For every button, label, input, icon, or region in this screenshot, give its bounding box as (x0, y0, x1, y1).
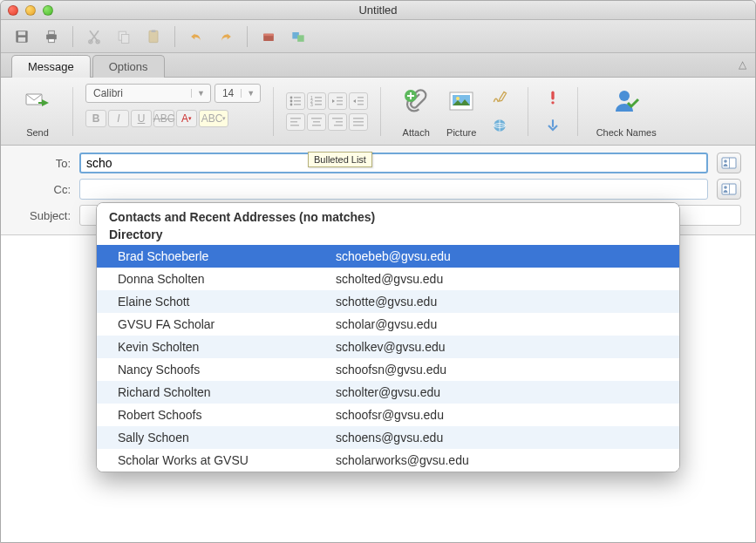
autocomplete-directory-header: Directory (97, 226, 679, 245)
contact-email: schotte@gvsu.edu (336, 295, 658, 309)
media-browser-icon[interactable] (286, 24, 310, 49)
contact-email: schoens@gvsu.edu (336, 431, 658, 445)
directory-row[interactable]: Robert Schoofsschoofsr@gvsu.edu (97, 404, 679, 426)
close-window-button[interactable] (8, 5, 18, 16)
svg-rect-4 (49, 31, 55, 34)
contact-name: Robert Schoofs (118, 408, 336, 422)
subject-label: Subject: (15, 209, 71, 222)
strikethrough-button[interactable]: ABC (153, 110, 174, 127)
svg-rect-9 (122, 34, 129, 43)
zoom-window-button[interactable] (43, 5, 53, 16)
signature-icon[interactable] (487, 85, 512, 110)
cc-field[interactable] (79, 179, 708, 200)
low-importance-icon[interactable] (541, 113, 565, 138)
font-name-combo[interactable]: Calibri ▼ (85, 84, 211, 103)
save-icon[interactable] (10, 24, 34, 49)
svg-rect-5 (49, 38, 55, 42)
directory-row[interactable]: Richard Scholtenscholter@gvsu.edu (97, 381, 679, 404)
font-color-button[interactable]: A▾ (176, 110, 197, 127)
to-address-book-button[interactable] (717, 153, 741, 173)
svg-point-60 (724, 160, 727, 163)
align-center-button[interactable] (307, 113, 326, 131)
underline-button[interactable]: U (131, 110, 152, 127)
decrease-indent-button[interactable] (328, 92, 347, 110)
svg-rect-18 (294, 97, 301, 98)
address-autocomplete-popup: Contacts and Recent Addresses (no matche… (96, 202, 680, 472)
contact-email: scholarworks@gvsu.edu (336, 453, 658, 467)
directory-row[interactable]: Elaine Schottschotte@gvsu.edu (97, 290, 679, 313)
svg-rect-38 (311, 118, 322, 119)
numbered-list-button[interactable]: 123 (307, 92, 326, 110)
align-right-button[interactable] (328, 113, 347, 131)
bold-button[interactable]: B (85, 110, 106, 127)
contact-email: scholar@gvsu.edu (336, 317, 658, 331)
cc-address-book-button[interactable] (717, 179, 741, 200)
directory-row[interactable]: Scholar Works at GVSUscholarworks@gvsu.e… (97, 449, 679, 472)
send-button[interactable]: Send (15, 84, 60, 139)
print-icon[interactable] (39, 24, 64, 49)
cut-icon[interactable] (82, 24, 106, 49)
redo-icon[interactable] (214, 24, 238, 49)
svg-point-56 (552, 101, 555, 104)
collapse-ribbon-button[interactable]: △ (739, 58, 746, 71)
svg-point-63 (724, 186, 727, 189)
italic-button[interactable]: I (108, 110, 129, 127)
window-controls (8, 5, 53, 16)
contact-name: Brad Schoeberle (118, 249, 336, 263)
contact-name: Elaine Schott (118, 295, 336, 309)
hyperlink-icon[interactable] (487, 113, 512, 138)
svg-rect-2 (18, 37, 25, 41)
contact-email: schoebeb@gvsu.edu (336, 249, 658, 263)
undo-icon[interactable] (184, 24, 208, 49)
svg-rect-43 (334, 125, 343, 126)
directory-row[interactable]: Sally Schoenschoens@gvsu.edu (97, 426, 679, 449)
highlight-button[interactable]: ABC▾ (199, 110, 228, 127)
justify-button[interactable] (349, 113, 368, 131)
high-importance-icon[interactable] (541, 85, 565, 110)
contact-email: schoofsn@gvsu.edu (336, 363, 658, 377)
svg-rect-20 (294, 100, 301, 102)
svg-rect-1 (18, 31, 25, 35)
paragraph-group: 123 (281, 84, 373, 139)
svg-rect-49 (407, 95, 414, 97)
cc-label: Cc: (15, 183, 71, 196)
increase-indent-button[interactable] (349, 92, 368, 110)
directory-row[interactable]: GVSU FA Scholarscholar@gvsu.edu (97, 313, 679, 336)
svg-rect-44 (353, 118, 364, 119)
font-size-combo[interactable]: 14 ▼ (215, 84, 261, 103)
to-label: To: (15, 157, 71, 170)
align-left-button[interactable] (286, 113, 305, 131)
tab-options[interactable]: Options (92, 55, 165, 78)
check-names-button[interactable]: Check Names (590, 84, 662, 139)
svg-point-17 (290, 96, 293, 98)
svg-rect-15 (297, 35, 304, 42)
ribbon: Send Calibri ▼ 14 ▼ B I U ABC A▾ (1, 78, 755, 146)
toolbox-icon[interactable] (256, 24, 281, 49)
directory-list: Brad Schoeberleschoebeb@gvsu.eduDonna Sc… (97, 245, 679, 472)
svg-text:3: 3 (310, 102, 313, 106)
contact-name: Richard Scholten (118, 385, 336, 399)
bulleted-list-button[interactable] (286, 92, 305, 110)
directory-row[interactable]: Brad Schoeberleschoebeb@gvsu.edu (97, 245, 679, 268)
directory-row[interactable]: Nancy Schoofsschoofsn@gvsu.edu (97, 358, 679, 381)
tab-message[interactable]: Message (11, 55, 91, 78)
svg-rect-59 (729, 158, 730, 168)
paste-icon[interactable] (141, 24, 166, 49)
svg-rect-31 (337, 104, 343, 105)
to-field[interactable] (79, 153, 708, 173)
svg-rect-40 (312, 125, 321, 126)
svg-rect-39 (313, 121, 320, 123)
picture-button[interactable]: Picture (439, 84, 484, 139)
contact-name: Scholar Works at GVSU (118, 453, 336, 467)
copy-icon[interactable] (112, 24, 136, 49)
insert-group: Attach Picture (388, 84, 521, 139)
autocomplete-contacts-header: Contacts and Recent Addresses (no matche… (97, 203, 679, 226)
directory-row[interactable]: Donna Scholtenscholted@gvsu.edu (97, 268, 679, 290)
minimize-window-button[interactable] (25, 5, 36, 16)
svg-rect-26 (315, 100, 322, 102)
directory-row[interactable]: Kevin Scholtenscholkev@gvsu.edu (97, 336, 679, 358)
svg-rect-42 (336, 121, 343, 123)
svg-rect-35 (290, 118, 301, 119)
svg-rect-24 (315, 97, 322, 98)
attach-button[interactable]: Attach (393, 84, 439, 139)
